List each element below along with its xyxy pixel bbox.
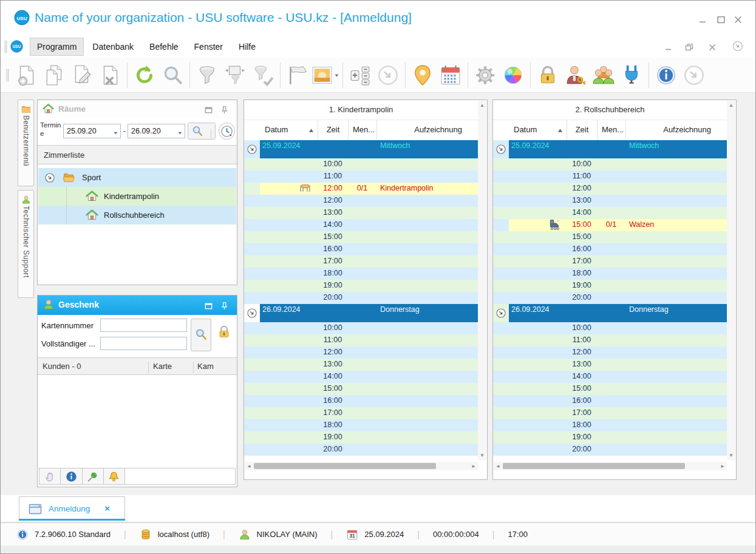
date-to-select[interactable]: 26.09.20 [128,124,185,138]
toolbar-lock-button[interactable] [534,61,562,90]
collapse-day-icon[interactable] [495,307,506,319]
scrollbar-thumb[interactable] [254,463,436,469]
toolbar-flag-button[interactable] [284,61,312,90]
raeume-maximize-icon[interactable] [204,104,215,114]
column-kamera[interactable]: Kam [197,362,214,371]
toolbar-filter-window-button[interactable] [221,61,249,90]
time-slot-row[interactable]: 10:00 [493,322,727,334]
booking-row[interactable]: 15:000/1Walzen [493,219,727,231]
menu-item-fenster[interactable]: Fenster [187,38,230,56]
toolbar-user-groups-button[interactable] [590,61,618,90]
time-slot-row[interactable]: 13:00 [493,359,727,371]
geschenk-search-button[interactable] [191,319,211,351]
collapse-day-icon[interactable] [247,143,257,155]
tree-item-kindertrampolin[interactable]: Kindertrampolin [38,187,236,206]
date-header-row[interactable]: 25.09.2024Mittwoch [244,140,478,158]
time-slot-row[interactable]: 10:00 [244,158,478,171]
vollstaendiger-input[interactable] [100,337,187,350]
collapse-day-icon[interactable] [247,307,257,319]
date-header-row[interactable]: 26.09.2024Donnerstag [244,304,478,322]
scroll-right-icon[interactable]: ► [471,464,476,469]
menu-grip-icon[interactable] [4,39,8,55]
scroll-up-icon[interactable]: ▲ [727,103,735,108]
time-slot-row[interactable]: 17:00 [493,255,727,268]
time-slot-row[interactable]: 16:00 [244,395,478,407]
geschenk-drag-hand-button[interactable] [39,468,61,484]
geschenk-maximize-icon[interactable] [204,300,215,310]
sort-ascending-icon[interactable] [308,120,314,140]
zimmerliste-header[interactable]: Zimmerliste [38,145,237,164]
time-slot-row[interactable]: 13:00 [493,195,727,207]
time-slot-row[interactable]: 19:00 [493,431,727,444]
time-slot-row[interactable]: 12:00 [493,346,727,359]
toolbar-user-permissions-button[interactable] [562,61,590,90]
horizontal-scrollbar[interactable]: ◄► [245,462,478,470]
time-slot-row[interactable]: 10:00 [493,158,727,171]
mdi-more-icon[interactable] [732,40,746,51]
geschenk-footer-input[interactable] [125,468,235,484]
column-kunden[interactable]: Kunden - 0 [43,362,81,371]
scrollbar-thumb[interactable] [503,463,685,469]
toolbar-copy-document-button[interactable] [40,61,68,90]
tab-close-button[interactable]: × [104,503,110,513]
time-slot-row[interactable]: 16:00 [493,243,727,255]
menu-item-programm[interactable]: Programm [30,38,84,56]
time-slot-row[interactable]: 18:00 [493,268,727,280]
kunden-table-header[interactable]: Kunden - 0 Karte Kam [38,357,237,375]
toolbar-calendar-button[interactable] [437,61,465,90]
date-bar[interactable]: 26.09.2024Donnerstag [260,304,478,322]
window-close-icon[interactable] [734,14,747,24]
toolbar-background-image-button[interactable] [312,61,339,90]
toolbar-edit-document-button[interactable] [68,61,96,90]
time-slot-row[interactable]: 12:00 [244,346,478,359]
time-slot-row[interactable]: 11:00 [244,334,478,346]
scroll-right-icon[interactable]: ► [720,464,725,469]
tab-anmeldung[interactable]: Anmeldung × [19,496,125,521]
horizontal-scrollbar[interactable]: ◄► [494,462,727,470]
time-slot-row[interactable]: 20:00 [493,292,727,304]
geschenk-pin-button[interactable] [83,468,104,484]
sidebar-tab-benutzermen-[interactable]: Benutzermenü [18,100,34,186]
time-slot-row[interactable]: 17:00 [244,255,478,268]
caret-down-icon[interactable] [211,129,213,140]
time-slot-row[interactable]: 18:00 [244,419,478,431]
collapse-node-icon[interactable] [44,172,55,183]
tree-item-rollschuhbereich[interactable]: Rollschuhbereich [38,206,236,225]
time-slot-row[interactable]: 18:00 [244,268,478,280]
time-slot-row[interactable]: 19:00 [244,280,478,292]
time-slot-row[interactable]: 20:00 [244,292,478,304]
toolbar-color-scheme-button[interactable] [499,61,527,90]
toolbar-location-button[interactable] [409,61,437,90]
toolbar-search-button[interactable] [158,61,186,90]
caret-down-icon[interactable] [334,70,339,81]
column-header-datum[interactable]: Datum [260,120,318,140]
termine-search-button[interactable] [188,123,216,140]
raeume-pin-icon[interactable] [220,104,231,114]
geschenk-notification-button[interactable] [104,468,125,484]
toolbar-refresh-button[interactable] [131,61,158,90]
kartennummer-input[interactable] [100,319,187,332]
date-header-row[interactable]: 25.09.2024Mittwoch [493,140,727,158]
toolbar-grip-icon[interactable] [5,67,10,83]
menu-item-hilfe[interactable]: Hilfe [231,38,263,56]
column-header-aufzeichnung[interactable]: Aufzeichnung [625,120,727,140]
toolbar-more-button[interactable] [374,61,402,90]
scroll-left-icon[interactable]: ◄ [495,464,500,469]
scroll-down-icon[interactable]: ▼ [478,453,486,458]
geschenk-panel-header[interactable]: Geschenk [38,296,237,315]
column-header-zeit[interactable]: Zeit [567,120,597,140]
toolbar-settings-button[interactable] [471,61,499,90]
time-slot-row[interactable]: 19:00 [493,280,727,292]
geschenk-pin-icon[interactable] [220,300,231,310]
window-minimize-icon[interactable] [698,14,712,24]
column-header-datum[interactable]: Datum [509,120,567,140]
toolbar-counter-button[interactable] [346,61,374,90]
time-slot-row[interactable]: 16:00 [493,395,727,407]
time-slot-row[interactable]: 14:00 [493,207,727,219]
collapse-day-icon[interactable] [495,143,506,155]
time-slot-row[interactable]: 15:00 [493,231,727,243]
time-slot-row[interactable]: 13:00 [244,359,478,371]
time-slot-row[interactable]: 16:00 [244,243,478,255]
time-slot-row[interactable]: 13:00 [244,207,478,219]
raeume-panel-header[interactable]: Räume [38,100,237,118]
